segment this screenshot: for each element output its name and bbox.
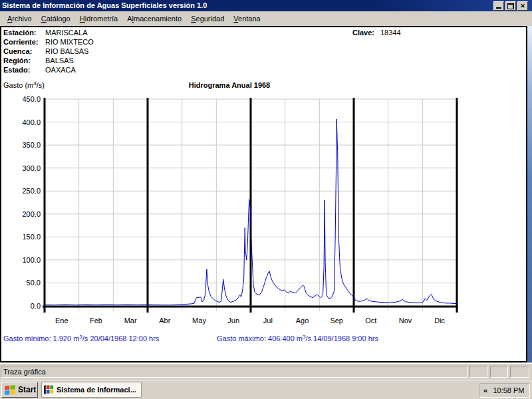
station-field-value: BALSAS: [45, 57, 74, 65]
minimize-icon: [496, 7, 501, 9]
menu-item-ventana[interactable]: Ventana: [229, 13, 265, 25]
restore-icon: [507, 3, 514, 9]
window-title: Sistema de Información de Aguas Superfic…: [2, 1, 207, 9]
app-icon: [44, 385, 54, 394]
minimize-button[interactable]: [493, 1, 504, 11]
tray-collapse-chevron-icon[interactable]: «: [480, 386, 491, 394]
y-tick-label: 150.0: [22, 233, 41, 241]
y-tick-label: 250.0: [22, 187, 41, 195]
close-button[interactable]: ✕: [517, 1, 528, 11]
taskbar: Start Sistema de Informaci... « 10:58 PM: [0, 380, 532, 399]
max-flow-readout: Gasto máximo: 406.400 m3/s 14/09/1968 9:…: [217, 334, 378, 342]
close-icon: ✕: [520, 3, 525, 9]
x-tick-label: Oct: [365, 317, 376, 325]
status-panel: [490, 366, 508, 378]
x-tick-label: Dic: [434, 317, 445, 325]
menu-item-catalogo[interactable]: Catálogo: [37, 13, 75, 25]
station-field-value: RIO BALSAS: [45, 47, 88, 55]
x-tick-label: Ene: [55, 317, 68, 325]
start-button[interactable]: Start: [1, 382, 38, 398]
menu-item-almacenamiento[interactable]: Almacenamiento: [122, 13, 186, 25]
menu-item-archivo[interactable]: Archivo: [3, 13, 37, 25]
station-field-label: Corriente:: [3, 38, 45, 46]
station-field-value: RIO MIXTECO: [45, 38, 94, 46]
menu-item-hidrometria[interactable]: Hidrometría: [75, 13, 122, 25]
y-tick-label: 300.0: [22, 164, 41, 172]
taskbar-task-button[interactable]: Sistema de Informaci...: [41, 382, 142, 398]
y-tick-label: 100.0: [22, 256, 41, 264]
status-panel: [469, 366, 487, 378]
station-field-label: Estación:: [3, 29, 45, 37]
status-panel: [510, 366, 529, 378]
menu-item-seguridad[interactable]: Seguridad: [186, 13, 229, 25]
task-label: Sistema de Informaci...: [57, 386, 136, 394]
status-bar: Traza gráfica: [0, 363, 532, 380]
x-tick-label: May: [192, 317, 206, 325]
clave-value: 18344: [380, 29, 401, 37]
x-tick-label: Mar: [124, 317, 137, 325]
x-tick-label: Jun: [227, 317, 239, 325]
menu-bar: ArchivoCatálogoHidrometríaAlmacenamiento…: [0, 11, 532, 26]
window-titlebar: Sistema de Información de Aguas Superfic…: [0, 0, 532, 11]
station-field-label: Cuenca:: [3, 47, 45, 55]
station-field-value: OAXACA: [45, 66, 76, 74]
windows-flag-icon: [5, 385, 16, 395]
start-label: Start: [18, 385, 36, 394]
x-tick-label: Nov: [399, 317, 412, 325]
y-tick-label: 350.0: [22, 141, 41, 149]
clave-label: Clave:: [352, 29, 374, 37]
y-tick-label: 0.0: [31, 302, 41, 310]
x-tick-label: Sep: [330, 317, 343, 325]
y-tick-label: 450.0: [22, 95, 41, 103]
y-tick-label: 400.0: [22, 118, 41, 126]
station-field-label: Estado:: [3, 66, 45, 74]
desktop-edge: [527, 26, 532, 362]
x-tick-label: Jul: [263, 317, 273, 325]
x-tick-label: Feb: [90, 317, 102, 325]
hydrograph-chart: 0.050.0100.0150.0200.0250.0300.0350.0400…: [0, 78, 527, 332]
y-tick-label: 200.0: [22, 210, 41, 218]
restore-button[interactable]: [505, 1, 516, 11]
x-tick-label: Ago: [296, 317, 309, 325]
screen: Sistema de Información de Aguas Superfic…: [0, 0, 532, 399]
min-flow-readout: Gasto mínimo: 1.920 m3/s 20/04/1968 12:0…: [3, 334, 159, 342]
station-field-label: Región:: [3, 57, 45, 65]
window-controls: ✕: [493, 1, 528, 11]
taskbar-clock: 10:58 PM: [491, 386, 529, 394]
system-tray: « 10:58 PM: [479, 383, 530, 398]
status-message: Traza gráfica: [1, 366, 467, 378]
station-field-value: MARISCALA: [45, 29, 88, 37]
y-tick-label: 50.0: [27, 279, 41, 287]
x-tick-label: Abr: [159, 317, 170, 325]
